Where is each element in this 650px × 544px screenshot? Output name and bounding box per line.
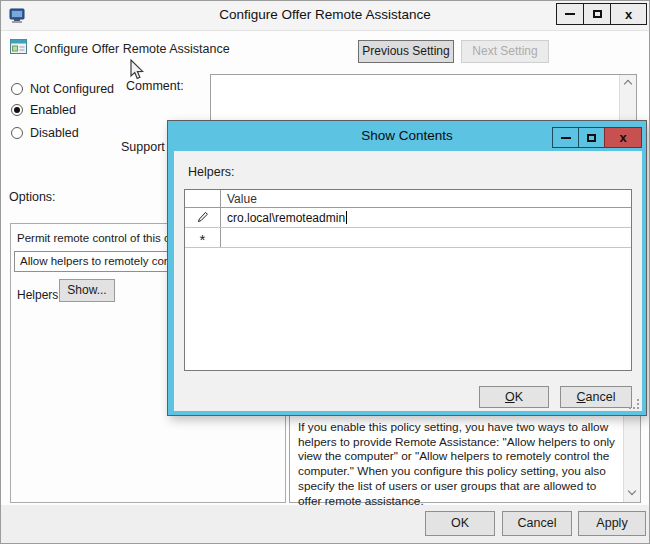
show-contents-body: Helpers: Value cro.local\remoteadmin — [174, 151, 642, 411]
dialog-ok-button[interactable]: OK — [479, 386, 549, 408]
radio-circle-icon — [11, 83, 23, 95]
window-title: Configure Offer Remote Assistance — [1, 7, 649, 22]
footer-bar: OK Cancel Apply — [1, 505, 649, 544]
dialog-minimize-button[interactable] — [552, 127, 579, 148]
next-setting-button[interactable]: Next Setting — [461, 40, 549, 63]
policy-setting-icon — [10, 39, 27, 54]
chevron-down-icon — [628, 487, 636, 495]
value-text: cro.local\remoteadmin — [227, 211, 345, 225]
table-row: cro.local\remoteadmin — [185, 208, 631, 228]
supported-on-label: Support — [121, 140, 165, 154]
row-marker-cell: * — [185, 228, 221, 247]
dialog-cancel-button[interactable]: Cancel — [560, 386, 632, 408]
minimize-icon — [561, 137, 571, 139]
radio-circle-icon — [11, 127, 23, 139]
text-caret — [346, 211, 347, 224]
pencil-edit-icon — [196, 211, 209, 224]
helpers-table: Value cro.local\remoteadmin * — [184, 189, 632, 371]
scroll-down-button[interactable] — [624, 485, 640, 502]
ok-button[interactable]: OK — [425, 511, 495, 536]
previous-setting-button[interactable]: Previous Setting — [358, 40, 454, 63]
apply-button[interactable]: Apply — [578, 511, 646, 536]
minimize-icon — [565, 13, 575, 15]
value-cell[interactable] — [221, 228, 631, 247]
policy-title: Configure Offer Remote Assistance — [34, 42, 230, 56]
maximize-icon — [593, 10, 602, 18]
close-icon: x — [625, 8, 632, 21]
radio-enabled[interactable]: Enabled — [11, 102, 76, 117]
scroll-up-button[interactable] — [620, 75, 636, 92]
radio-label: Not Configured — [30, 82, 114, 96]
close-icon: x — [619, 131, 626, 144]
main-dialog-window: Configure Offer Remote Assistance x Conf… — [0, 0, 650, 544]
radio-disabled[interactable]: Disabled — [11, 125, 79, 140]
row-marker-header-cell — [185, 190, 221, 207]
show-helpers-button[interactable]: Show... — [59, 279, 115, 302]
maximize-icon — [587, 134, 596, 142]
dialog-maximize-button[interactable] — [578, 127, 605, 148]
dialog-helpers-label: Helpers: — [188, 165, 235, 179]
radio-not-configured[interactable]: Not Configured — [11, 81, 114, 96]
radio-label: Disabled — [30, 126, 79, 140]
mouse-cursor — [129, 59, 146, 82]
radio-circle-icon — [11, 104, 23, 116]
helpers-label: Helpers: — [17, 288, 62, 302]
main-titlebar[interactable]: Configure Offer Remote Assistance x — [1, 1, 649, 31]
table-header-row: Value — [185, 190, 631, 208]
row-marker-cell — [185, 208, 221, 227]
permit-remote-control-label: Permit remote control of this co — [17, 232, 176, 244]
value-cell[interactable]: cro.local\remoteadmin — [221, 208, 631, 227]
resize-grip[interactable] — [629, 399, 639, 409]
maximize-button[interactable] — [583, 3, 611, 25]
chevron-up-icon — [624, 80, 632, 88]
show-contents-dialog: Show Contents x Helpers: Value — [167, 120, 647, 416]
minimize-button[interactable] — [556, 3, 584, 25]
close-button[interactable]: x — [610, 3, 647, 25]
value-column-header: Value — [221, 190, 631, 207]
help-text: If you enable this policy setting, you h… — [298, 420, 618, 508]
table-row: * — [185, 228, 631, 248]
new-row-asterisk-icon: * — [200, 235, 206, 245]
dialog-close-button[interactable]: x — [604, 127, 642, 148]
cancel-button[interactable]: Cancel — [502, 511, 572, 536]
radio-label: Enabled — [30, 103, 76, 117]
options-label: Options: — [9, 190, 56, 204]
